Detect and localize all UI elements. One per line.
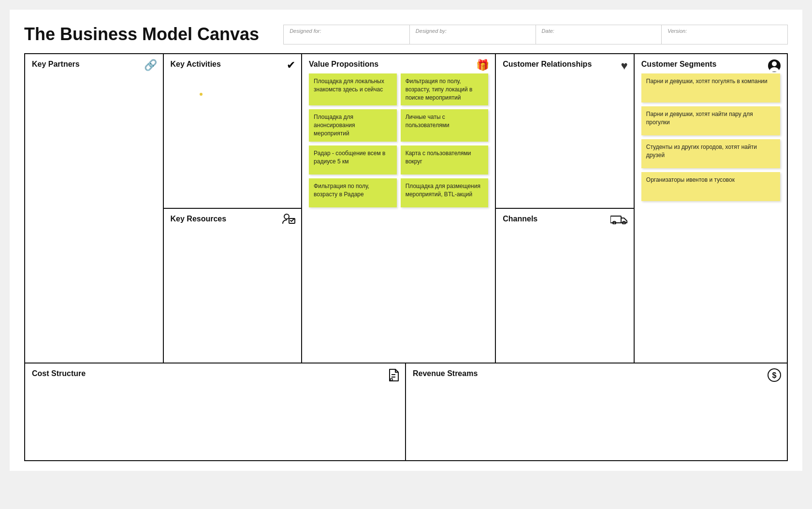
vp-note-7[interactable]: Карта с пользователями вокруг: [401, 145, 489, 175]
vp-note-8[interactable]: Площадка для размещения мероприятий, BTL…: [401, 178, 489, 207]
channels-title: Channels: [503, 215, 627, 223]
header-fields: Designed for: Designed by: Date: Version…: [283, 25, 788, 44]
cr-channels-stack: Customer Relationships ♥ Channels: [496, 54, 635, 363]
key-partners-icon: 🔗: [144, 59, 157, 72]
key-activities-cell: Key Activities ✔: [164, 54, 302, 209]
designed-for-field: Designed for:: [284, 25, 410, 44]
designed-by-input[interactable]: [416, 34, 530, 41]
customer-segments-notes: Парни и девушки, хотят погулять в компан…: [641, 73, 780, 201]
vp-note-5[interactable]: Фильтрация по полу, возрасту, типу локац…: [401, 73, 489, 105]
value-propositions-notes: Площадка для локальных знакомств здесь и…: [309, 73, 488, 207]
cost-structure-title: Cost Structure: [32, 369, 398, 378]
customer-relationships-icon: ♥: [621, 59, 628, 73]
key-partners-title: Key Partners: [32, 60, 156, 69]
channels-cell: Channels: [496, 209, 634, 363]
value-propositions-icon: 🎁: [476, 59, 489, 72]
business-model-canvas: Key Partners 🔗 Key Activities ✔ Key Reso…: [24, 53, 788, 461]
designed-for-input[interactable]: [290, 34, 404, 41]
channels-icon: [610, 214, 628, 227]
revenue-streams-cell: Revenue Streams $: [406, 364, 787, 460]
key-activities-title: Key Activities: [171, 60, 295, 69]
date-label: Date:: [542, 28, 656, 34]
revenue-streams-title: Revenue Streams: [413, 369, 780, 378]
canvas-bottom-row: Cost Structure Revenue Streams: [25, 364, 787, 460]
date-input[interactable]: [542, 34, 656, 41]
customer-relationships-title: Customer Relationships: [503, 60, 627, 69]
header: The Business Model Canvas Designed for: …: [24, 24, 788, 44]
cs-note-2[interactable]: Парни и девушки, хотят найти пару для пр…: [641, 106, 780, 135]
key-partners-cell: Key Partners 🔗: [25, 54, 164, 363]
version-field: Version:: [662, 25, 787, 44]
version-input[interactable]: [667, 34, 782, 41]
page-title: The Business Model Canvas: [24, 24, 259, 44]
value-propositions-cell: Value Propositions 🎁 Площадка для локаль…: [302, 54, 496, 363]
revenue-streams-icon: $: [768, 368, 781, 385]
key-activities-icon: ✔: [287, 59, 295, 72]
customer-segments-cell: Customer Segments Парни и девушки, хотят…: [635, 54, 787, 363]
value-propositions-title: Value Propositions: [309, 60, 488, 69]
cs-note-3[interactable]: Студенты из других городов, хотят найти …: [641, 139, 780, 168]
svg-text:$: $: [772, 371, 777, 379]
cs-note-4[interactable]: Организаторы ивентов и тусовок: [641, 172, 780, 201]
key-resources-cell: Key Resources: [164, 209, 302, 363]
cs-note-1[interactable]: Парни и девушки, хотят погулять в компан…: [641, 73, 780, 102]
customer-segments-title: Customer Segments: [641, 60, 780, 69]
vp-note-6[interactable]: Личные чаты с пользователями: [401, 109, 489, 141]
designed-by-label: Designed by:: [416, 28, 530, 34]
date-field: Date:: [536, 25, 662, 44]
customer-relationships-cell: Customer Relationships ♥: [496, 54, 634, 209]
canvas-main-row: Key Partners 🔗 Key Activities ✔ Key Reso…: [25, 54, 787, 364]
svg-point-0: [284, 214, 289, 219]
cost-structure-cell: Cost Structure: [25, 364, 406, 460]
key-resources-icon: [282, 214, 295, 227]
vp-note-2[interactable]: Площадка для анонсирования мероприятий: [309, 109, 397, 141]
key-activities-dot: [200, 93, 203, 96]
vp-note-1[interactable]: Площадка для локальных знакомств здесь и…: [309, 73, 397, 105]
cost-structure-icon: [388, 368, 399, 385]
key-resources-title: Key Resources: [171, 215, 295, 223]
svg-point-6: [772, 61, 777, 66]
designed-for-label: Designed for:: [290, 28, 404, 34]
customer-segments-icon: [768, 59, 781, 75]
vp-note-3[interactable]: Радар - сообщение всем в радиусе 5 км: [309, 145, 397, 175]
page: The Business Model Canvas Designed for: …: [10, 10, 802, 471]
vp-note-4[interactable]: Фильтрация по полу, возрасту в Радаре: [309, 178, 397, 207]
version-label: Version:: [667, 28, 782, 34]
activities-resources-stack: Key Activities ✔ Key Resources: [164, 54, 303, 363]
designed-by-field: Designed by:: [410, 25, 536, 44]
